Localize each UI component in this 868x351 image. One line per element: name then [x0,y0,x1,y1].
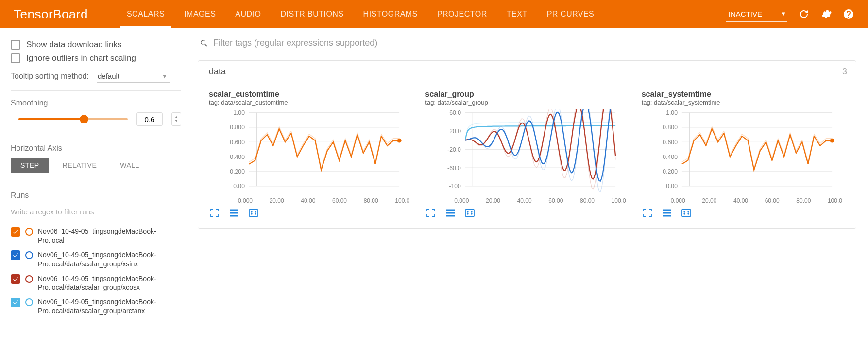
caret-down-icon: ▾ [782,9,785,18]
chart-canvas[interactable]: 60.020.0-20.0-60.0-100 [425,109,629,196]
log-scale-icon[interactable] [444,208,456,218]
runs-filter-input[interactable] [11,205,181,221]
horizontal-axis-label: Horizontal Axis [11,144,181,153]
svg-point-13 [397,139,402,143]
ignore-outliers-label: Ignore outliers in chart scaling [26,53,136,63]
svg-text:0.00: 0.00 [233,183,245,190]
svg-text:0.800: 0.800 [663,124,678,131]
fit-domain-icon[interactable] [681,208,692,218]
run-color-icon [25,298,33,306]
sidebar: Show data download links Ignore outliers… [0,28,192,325]
show-download-row: Show data download links [11,40,181,50]
inactive-label: INACTIVE [729,10,762,18]
svg-text:-60.0: -60.0 [447,165,461,172]
smoothing-input[interactable] [136,112,163,126]
svg-rect-50 [682,210,691,216]
run-label: Nov06_10-49-05_tingsongdeMacBook-Pro.loc… [38,274,181,292]
svg-point-53 [684,213,685,214]
chart-group: data 3 scalar_customtime tag: data/scala… [198,60,856,229]
svg-text:1.00: 1.00 [233,109,245,116]
log-scale-icon[interactable] [228,208,240,218]
show-download-checkbox[interactable] [11,40,20,50]
svg-point-34 [468,213,469,214]
chart-canvas[interactable]: 1.000.8000.6000.4000.2000.00 [642,109,845,196]
tab-pr curves[interactable]: PR CURVES [537,0,604,28]
svg-text:-100: -100 [449,183,461,190]
chart-canvas[interactable]: 1.000.8000.6000.4000.2000.00 [209,109,412,196]
chart-panel: scalar_group tag: data/scalar_group 60.0… [425,90,629,218]
app-header: TensorBoard SCALARSIMAGESAUDIODISTRIBUTI… [0,0,868,28]
svg-point-35 [472,213,473,214]
svg-text:0.200: 0.200 [663,168,678,175]
run-row: Nov06_10-49-05_tingsongdeMacBook-Pro.loc… [11,298,181,315]
haxis-step-button[interactable]: STEP [11,158,49,173]
svg-point-15 [251,211,252,212]
run-row: Nov06_10-49-05_tingsongdeMacBook-Pro.loc… [11,227,181,245]
ignore-outliers-row: Ignore outliers in chart scaling [11,53,181,63]
svg-point-51 [684,211,685,212]
chart-xticks: 0.00020.0040.0060.0080.00100.0 [425,196,629,204]
fit-domain-icon[interactable] [248,208,259,218]
log-scale-icon[interactable] [661,208,673,218]
svg-text:-20.0: -20.0 [447,146,461,153]
runs-list: Nov06_10-49-05_tingsongdeMacBook-Pro.loc… [11,227,181,316]
run-checkbox[interactable] [11,274,20,284]
search-icon [200,39,208,48]
content-pane: data 3 scalar_customtime tag: data/scala… [192,28,868,325]
run-color-icon [25,275,33,283]
svg-point-18 [255,213,256,214]
chart-tag: tag: data/scalar_customtime [209,99,412,106]
nav-tabs: SCALARSIMAGESAUDIODISTRIBUTIONSHISTOGRAM… [117,0,604,28]
svg-point-33 [472,211,473,212]
svg-text:20.0: 20.0 [449,128,461,135]
chart-panel: scalar_systemtime tag: data/scalar_syste… [642,90,845,218]
expand-icon[interactable] [425,208,437,218]
chart-title: scalar_customtime [209,90,412,99]
svg-text:60.0: 60.0 [449,109,461,116]
svg-text:0.400: 0.400 [663,154,678,160]
tab-scalars[interactable]: SCALARS [117,0,174,28]
run-checkbox[interactable] [11,227,20,237]
settings-icon[interactable] [820,8,832,20]
svg-text:1.00: 1.00 [666,109,678,116]
app-brand: TensorBoard [14,7,88,22]
tab-audio[interactable]: AUDIO [225,0,271,28]
run-checkbox[interactable] [11,250,20,260]
tab-images[interactable]: IMAGES [174,0,225,28]
tag-filter-input[interactable] [213,38,854,48]
tab-text[interactable]: TEXT [497,0,537,28]
help-icon[interactable] [843,8,854,20]
tooltip-sort-select[interactable]: default ▼ [97,70,170,83]
svg-rect-31 [465,210,474,216]
smoothing-slider[interactable] [18,118,128,120]
haxis-relative-button[interactable]: RELATIVE [53,158,107,173]
chart-group-header[interactable]: data 3 [198,61,856,83]
show-download-label: Show data download links [26,40,122,50]
haxis-wall-button[interactable]: WALL [110,158,149,173]
svg-text:0.400: 0.400 [230,154,245,160]
tab-histograms[interactable]: HISTOGRAMS [354,0,427,28]
tab-distributions[interactable]: DISTRIBUTIONS [271,0,354,28]
run-color-icon [25,251,33,259]
fit-domain-icon[interactable] [464,208,476,218]
chart-title: scalar_systemtime [642,90,845,99]
svg-text:0.600: 0.600 [663,139,678,146]
chart-panel: scalar_customtime tag: data/scalar_custo… [209,90,412,218]
chart-toolbar [209,208,412,218]
smoothing-stepper[interactable]: ▲▼ [171,112,181,126]
tag-filter-bar [198,35,856,53]
run-checkbox[interactable] [11,298,20,307]
run-color-icon [25,228,33,236]
inactive-plugins-select[interactable]: INACTIVE ▾ [726,6,787,22]
tab-projector[interactable]: PROJECTOR [427,0,497,28]
smoothing-label: Smoothing [11,99,181,107]
ignore-outliers-checkbox[interactable] [11,53,20,63]
chart-toolbar [642,208,845,218]
expand-icon[interactable] [642,208,653,218]
svg-text:0.600: 0.600 [230,139,245,146]
chart-xticks: 0.00020.0040.0060.0080.00100.0 [209,196,412,204]
expand-icon[interactable] [209,208,221,218]
chart-tag: tag: data/scalar_group [425,99,629,106]
chart-title: scalar_group [425,90,629,99]
reload-icon[interactable] [798,8,810,20]
